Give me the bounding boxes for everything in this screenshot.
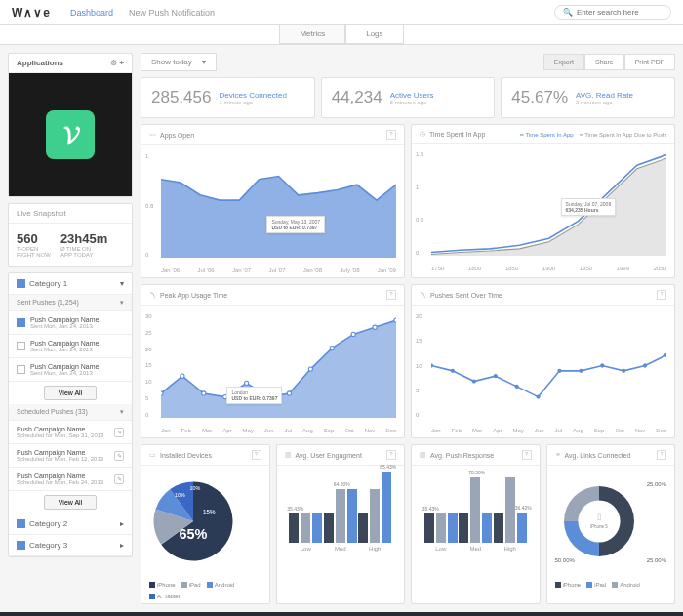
svg-text:iPhone 5: iPhone 5 <box>590 524 608 529</box>
svg-point-9 <box>351 332 355 336</box>
svg-text:15%: 15% <box>203 509 216 515</box>
svg-point-14 <box>472 379 476 383</box>
svg-point-4 <box>245 381 249 385</box>
view-all-button[interactable]: View All <box>44 495 97 510</box>
chart-icon: 〽 <box>149 292 156 299</box>
logo: W∧∨e <box>12 6 51 20</box>
plus-icon[interactable]: + <box>119 59 124 67</box>
export-button[interactable]: Export <box>543 54 584 70</box>
time-spent-chart: ◷Time Spent In App ━ Time Spent In App━ … <box>411 124 675 278</box>
campaign-item[interactable]: Push Campaign NameScheduled for Mon, Feb… <box>9 468 132 491</box>
help-icon[interactable]: ? <box>386 130 396 140</box>
svg-text:65%: 65% <box>180 526 208 542</box>
search-icon: 🔍 <box>563 8 573 17</box>
time-on-app-value: 23h45m <box>60 231 107 246</box>
edit-icon[interactable]: ✎ <box>114 428 124 437</box>
campaign-item[interactable]: Push Campaign NameSent Mon, Jan 24, 2013 <box>9 311 132 335</box>
edit-icon[interactable]: ✎ <box>114 451 124 461</box>
scheduled-pushes-dropdown[interactable]: Scheduled Pushes (33)▾ <box>9 404 132 421</box>
svg-point-2 <box>202 391 206 395</box>
user-engagement-chart: ▥Avg. User Engagment? 35.43%Low64.50%Med… <box>276 444 406 604</box>
help-icon[interactable]: ? <box>657 450 666 460</box>
chevron-down-icon: ▾ <box>120 279 124 288</box>
campaign-item[interactable]: Push Campaign NameScheduled for Mon, Sep… <box>9 421 132 444</box>
svg-point-17 <box>536 394 540 398</box>
svg-point-6 <box>287 391 291 395</box>
vine-icon: 𝓥 <box>46 110 95 159</box>
link-icon: ⚭ <box>555 451 561 459</box>
svg-point-7 <box>308 367 312 371</box>
show-today-dropdown[interactable]: Show today▾ <box>141 53 217 71</box>
push-response-chart: ▥Avg. Push Response? 35.43%Low78.50%Med3… <box>411 444 541 604</box>
svg-point-10 <box>373 325 377 329</box>
sub-tabs: Metrics Logs <box>0 25 683 45</box>
campaign-item[interactable]: Push Campaign NameScheduled for Mon, Feb… <box>9 444 132 468</box>
bar-icon: ▥ <box>285 451 292 459</box>
tab-logs[interactable]: Logs <box>345 25 403 44</box>
chevron-down-icon: ▾ <box>202 58 206 66</box>
open-now-value: 560 <box>17 231 51 246</box>
chart-icon: 〰 <box>149 132 156 139</box>
stat-card: 44,234Active Users5 minutes ago <box>321 77 496 118</box>
svg-point-20 <box>600 363 604 367</box>
svg-text:▯: ▯ <box>597 513 601 521</box>
help-icon[interactable]: ? <box>522 450 532 460</box>
svg-point-13 <box>451 369 455 373</box>
view-all-button[interactable]: View All <box>44 386 97 400</box>
svg-point-19 <box>579 369 583 373</box>
footer: W∧∨e Privacy Policy | Terms of Services … <box>0 612 683 616</box>
svg-point-12 <box>431 363 433 367</box>
svg-point-0 <box>161 391 163 395</box>
apps-open-chart: 〰Apps Open? 10.80Jan '06Jul '06Jan '07Ju… <box>141 124 405 278</box>
chevron-down-icon: ▾ <box>120 408 124 416</box>
sent-pushes-dropdown[interactable]: Sent Pushes (1,254)▾ <box>9 295 132 311</box>
search-input[interactable] <box>577 8 664 17</box>
share-button[interactable]: Share <box>584 54 624 70</box>
applications-header: Applications ⚙ + <box>9 54 132 73</box>
stat-card: 45.67%AVG. Read Rate2 minutes ago <box>501 77 675 118</box>
nav-dashboard[interactable]: Dashboard <box>70 8 113 18</box>
device-icon: ▭ <box>149 451 156 459</box>
main-content: Show today▾ Export Share Print PDF 285,4… <box>141 53 675 604</box>
svg-text:10%: 10% <box>175 492 185 498</box>
tab-metrics[interactable]: Metrics <box>279 25 345 44</box>
svg-point-18 <box>557 369 561 373</box>
gear-icon[interactable]: ⚙ <box>110 59 117 67</box>
svg-point-15 <box>494 374 498 378</box>
svg-point-8 <box>330 347 334 350</box>
print-pdf-button[interactable]: Print PDF <box>624 54 675 70</box>
campaign-item[interactable]: Push Campaign NameSent Mon, Jan 24, 2013 <box>9 358 132 382</box>
stat-card: 285,456Devices Connected1 minute ago <box>141 77 315 118</box>
chevron-down-icon: ▾ <box>120 299 124 307</box>
category-1[interactable]: Category 1▾ <box>9 273 132 295</box>
installed-devices-chart: ▭Installed Devices? 65%15%10%10% iPhonei… <box>141 444 270 604</box>
edit-icon[interactable]: ✎ <box>114 474 124 484</box>
help-icon[interactable]: ? <box>657 290 666 300</box>
svg-point-22 <box>643 363 647 367</box>
svg-point-21 <box>622 369 625 373</box>
svg-text:10%: 10% <box>189 485 200 491</box>
category-2[interactable]: Category 2▸ <box>9 513 132 535</box>
nav-push[interactable]: New Push Notification <box>129 8 215 18</box>
clock-icon: ◷ <box>420 130 425 138</box>
sidebar: Applications ⚙ + 𝓥 Live Snapshot 560T-OP… <box>8 53 133 604</box>
search-box[interactable]: 🔍 <box>554 5 671 20</box>
checkbox-icon <box>17 279 25 288</box>
svg-point-16 <box>515 385 519 389</box>
category-3[interactable]: Category 3▸ <box>9 535 132 556</box>
svg-point-1 <box>181 374 184 378</box>
help-icon[interactable]: ? <box>386 290 396 300</box>
svg-point-11 <box>394 318 396 322</box>
app-tile[interactable]: 𝓥 <box>9 73 132 196</box>
help-icon[interactable]: ? <box>252 450 261 460</box>
links-connected-chart: ⚭Avg. Links Connected? ▯iPhone 525.00%25… <box>546 444 676 604</box>
live-snapshot-label: Live Snapshot <box>9 204 132 224</box>
chart-icon: 〽 <box>420 292 426 299</box>
bar-icon: ▥ <box>420 451 426 459</box>
help-icon[interactable]: ? <box>386 450 396 460</box>
peak-usage-chart: 〽Peak App Usage Time? 302520151050JanFeb… <box>141 284 405 438</box>
top-bar: W∧∨e Dashboard New Push Notification 🔍 <box>0 0 683 25</box>
campaign-item[interactable]: Push Campaign NameSent Mon, Jan 24, 2013 <box>9 335 132 358</box>
pushes-sent-chart: 〽Pushes Sent Over Time? 20151050JanFebMa… <box>411 284 675 438</box>
